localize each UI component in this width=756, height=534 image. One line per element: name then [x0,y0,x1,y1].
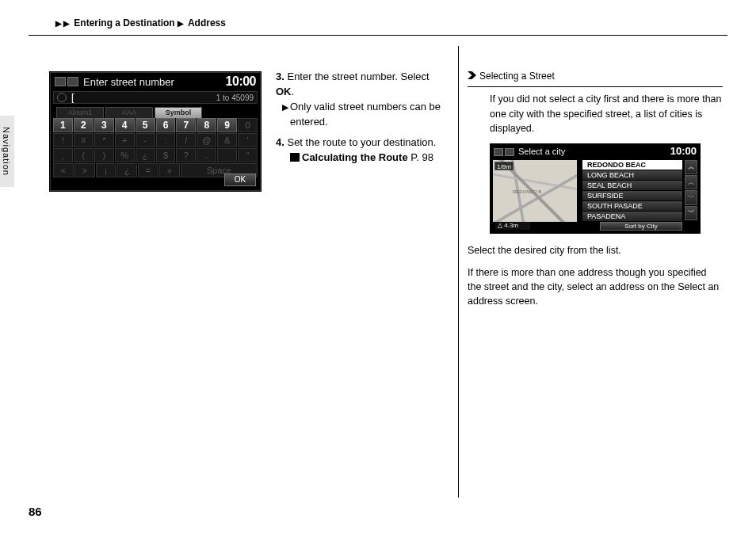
key[interactable]: - [136,133,155,147]
column-middle: 3. Enter the street number. Select OK. ▶… [276,70,442,172]
triangle-icon: ▶ [178,19,184,28]
key[interactable]: $ [156,148,176,162]
scroll-up-icon[interactable]: ︿ [685,175,697,189]
column-left: Enter street number 10:00 [ 1 to 45099 A… [49,71,262,192]
scroll-top-icon[interactable]: ︽ [685,160,697,174]
key[interactable]: 5 [136,118,155,132]
key[interactable]: 7 [176,118,196,132]
clock: 10:00 [226,74,256,89]
step-text: . [292,86,295,97]
step-text: Enter the street number. Select [287,71,429,82]
page-number: 86 [29,505,42,518]
key[interactable]: & [217,133,237,147]
key[interactable]: ! [53,133,73,147]
ok-label: OK [276,86,292,97]
note-paragraph: If there is more than one address though… [468,265,723,308]
page: ▶▶ Entering a Destination ▶ Address Navi… [0,0,756,534]
key[interactable]: ' [238,133,258,147]
city-list-item[interactable]: SEAL BEACH [582,181,682,191]
key[interactable]: 1 [53,118,73,132]
city-list-item[interactable]: SURFSIDE [582,191,682,201]
key[interactable]: / [176,133,196,147]
scroll-bottom-icon[interactable]: ︾ [685,206,697,220]
home-icon[interactable] [55,77,66,86]
breadcrumb: ▶▶ Entering a Destination ▶ Address [55,17,226,29]
double-triangle-icon [468,71,476,79]
key[interactable]: # [74,133,94,147]
key[interactable]: » [159,163,180,177]
city-list-item[interactable]: REDONDO BEAC [582,160,682,170]
column-right: Selecting a Street If you did not select… [468,70,723,316]
note-heading: Selecting a Street [468,70,723,83]
map-distance: △ 4.3m [495,222,530,230]
key[interactable]: , [53,148,73,162]
key[interactable]: ¡ [96,163,116,177]
city-list: REDONDO BEAC LONG BEACH SEAL BEACH SURFS… [582,160,682,220]
key[interactable]: . [197,148,216,162]
key[interactable]: @ [197,133,216,147]
key[interactable]: 6 [156,118,176,132]
city-list-item[interactable]: SOUTH PASADE [582,201,682,212]
key[interactable]: > [74,163,95,177]
ok-button[interactable]: OK [224,174,256,186]
triangle-icon: ▶ [282,102,288,112]
key[interactable]: = [138,163,158,177]
tab-symbol[interactable]: Symbol [155,107,202,118]
key[interactable]: * [94,133,114,147]
input-range-hint: 1 to 45099 [216,93,254,102]
key[interactable]: 9 [217,118,237,132]
street-number-input[interactable]: [ 1 to 45099 [53,91,258,104]
key[interactable]: : [156,133,176,147]
note-rule [468,86,723,87]
key[interactable]: ) [94,148,114,162]
step-sub: ▶Only valid street numbers can be entere… [276,100,442,130]
map-label: REDONDO B [513,189,541,196]
home-icon[interactable] [494,148,503,156]
triangle-icon: ▶ [55,19,62,28]
cross-reference: Calculating the Route P. 98 [276,151,442,166]
note-paragraph: If you did not select a city first and t… [468,92,723,135]
keypad: 1234567890 !#*+-:/@&' ,()%¿$?." < > ¡ ¿ … [53,118,258,178]
key[interactable]: " [238,148,258,162]
key[interactable]: 3 [94,118,114,132]
step-sub-text: Only valid street numbers can be entered… [290,101,441,128]
key[interactable] [217,148,237,162]
vertical-rule [458,46,459,498]
key[interactable]: ¿ [116,163,137,177]
breadcrumb-seg: Entering a Destination [74,17,174,29]
tab-alnum[interactable]: Alnum1 [56,107,104,118]
scroll-down-icon[interactable]: ﹀ [685,190,697,204]
key[interactable]: ? [176,148,196,162]
map-scale[interactable]: 1/8m [494,162,514,170]
triangle-icon: ▶ [63,19,70,28]
input-value: [ [71,92,216,103]
xref-label: Calculating the Route [302,151,408,163]
note-paragraph: Select the desired city from the list. [468,243,723,257]
key[interactable]: 2 [74,118,94,132]
step-text: Set the route to your destination. [287,136,436,148]
city-list-item[interactable]: PASADENA [582,212,682,222]
step-number: 4. [276,136,284,148]
header-rule [29,35,727,36]
key[interactable]: ¿ [136,148,155,162]
city-list-item[interactable]: LONG BEACH [582,170,682,181]
nav-screen-select-city: Select a city 10:00 1/8m REDONDO B △ 4.3… [490,143,701,234]
key[interactable]: < [53,163,74,177]
screen-title: Select a city [518,146,670,158]
screen-title: Enter street number [83,76,226,88]
tab-aaa[interactable]: AAA [105,107,153,118]
key[interactable]: 4 [115,118,135,132]
step-number: 3. [276,71,284,82]
nav-screen-enter-street-number: Enter street number 10:00 [ 1 to 45099 A… [49,71,262,192]
key[interactable]: % [115,148,135,162]
back-icon[interactable] [505,148,514,156]
clock: 10:00 [670,144,697,159]
sort-by-city-button[interactable]: Sort by City [600,222,682,231]
key[interactable]: + [115,133,135,147]
note-heading-text: Selecting a Street [479,71,555,82]
key[interactable]: ( [74,148,94,162]
key[interactable]: 8 [197,118,216,132]
breadcrumb-seg: Address [188,17,226,29]
back-icon[interactable] [67,77,78,86]
key[interactable]: 0 [238,118,258,132]
